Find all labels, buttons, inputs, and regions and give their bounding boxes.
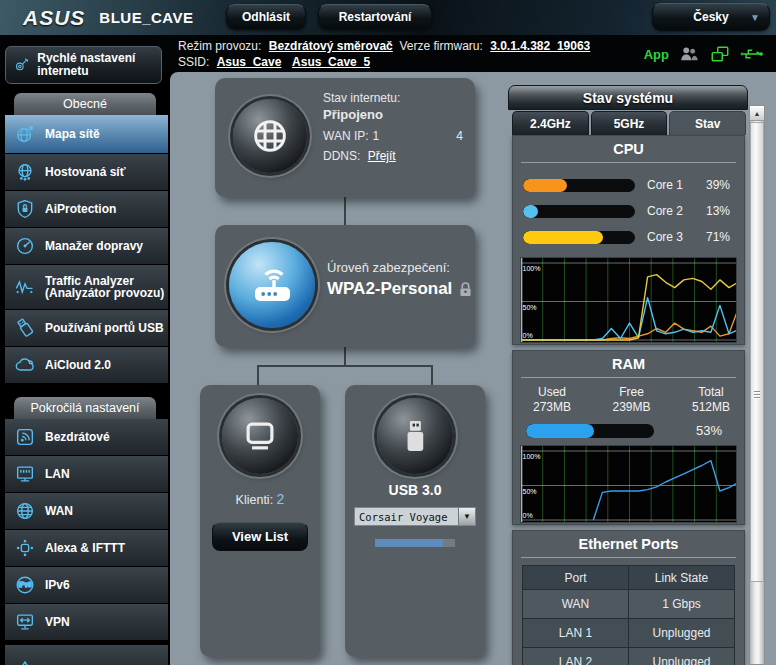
ram-used-label: Used xyxy=(533,385,571,400)
router-security-button[interactable] xyxy=(229,242,315,328)
firmware-version-link[interactable]: 3.0.1.4.382_19063 xyxy=(490,39,590,53)
ram-usage-bar xyxy=(526,424,654,438)
sidebar-item-wireless[interactable]: Bezdrátové xyxy=(5,419,168,455)
core1-label: Core 1 xyxy=(647,178,683,192)
section-header-general: Obecné xyxy=(14,93,156,115)
sidebar-item-label: VPN xyxy=(45,616,70,629)
sidebar-item-usb-application[interactable]: Používání portů USB xyxy=(5,310,168,346)
cpu-box: CPU Core 1 39% Core 2 13% Core 3 71% 100… xyxy=(512,135,745,345)
waveform-icon xyxy=(14,276,36,298)
sidebar-item-traffic-manager[interactable]: Manažer dopravy xyxy=(5,228,168,264)
core2-bar xyxy=(523,205,635,218)
sidebar-item-ipv6[interactable]: IPv6 IPv6 xyxy=(5,567,168,603)
link-state: Unplugged xyxy=(629,619,735,648)
wan-ip-start: 1 xyxy=(373,129,380,143)
core-row: Core 2 13% xyxy=(523,198,734,224)
table-row: LAN 2 Unplugged xyxy=(523,648,735,665)
ram-percent: 53% xyxy=(696,423,730,438)
usb-device-name: Corsair Voyage xyxy=(355,511,448,523)
usb-device-select[interactable]: Corsair Voyage ▼ xyxy=(354,507,476,526)
port-name: LAN 2 xyxy=(523,648,629,665)
wan-ip-end: 4 xyxy=(456,129,463,143)
usb-card: USB 3.0 Corsair Voyage ▼ xyxy=(345,385,485,657)
system-status-tabs: 2.4GHz 5GHz Stav xyxy=(512,111,746,135)
sidebar-item-alexa-ifttt[interactable]: Alexa & IFTTT xyxy=(5,530,168,566)
table-row: LAN 1 Unplugged xyxy=(523,619,735,648)
ram-stats: Used 273MB Free 239MB Total 512MB xyxy=(513,378,744,415)
ram-box: RAM Used 273MB Free 239MB Total 512MB 53… xyxy=(512,350,745,525)
gear-wrench-icon xyxy=(13,54,30,76)
quick-internet-setup-button[interactable]: Rychlé nastavení internetu xyxy=(5,46,162,84)
svg-text:50%: 50% xyxy=(523,304,537,311)
operation-mode-label: Režim provozu: xyxy=(178,39,261,53)
network-map-icon xyxy=(14,123,36,145)
security-value: WPA2-Personal xyxy=(327,279,452,299)
tab-5ghz[interactable]: 5GHz xyxy=(591,111,668,135)
internet-status-card: Stav internetu: Připojeno WAN IP: 1 4 DD… xyxy=(215,78,475,197)
security-label: Úroveň zabezpečení: xyxy=(327,260,472,275)
sidebar-item-lan[interactable]: LAN xyxy=(5,456,168,492)
vpn-icon xyxy=(14,611,36,633)
ssid-24ghz-link[interactable]: Asus_Cave xyxy=(217,55,282,69)
security-text: Úroveň zabezpečení: WPA2-Personal xyxy=(327,260,472,299)
connector-line xyxy=(344,347,346,366)
usb-device-button[interactable] xyxy=(377,398,453,474)
wan-globe-icon xyxy=(14,500,36,522)
view-list-button[interactable]: View List xyxy=(212,522,308,551)
alexa-ifttt-icon xyxy=(14,537,36,559)
scroll-up-arrow[interactable]: ▲ xyxy=(750,106,764,121)
sidebar-item-aiprotection[interactable]: AiProtection xyxy=(5,191,168,227)
ssid-5ghz-link[interactable]: Asus_Cave_5 xyxy=(292,55,370,69)
ddns-link[interactable]: Přejít xyxy=(368,149,396,163)
usb-title: USB 3.0 xyxy=(345,482,485,498)
cpu-usage-chart: 100%50%0% xyxy=(520,257,737,343)
app-link[interactable]: App xyxy=(644,47,669,62)
networked-devices-icon[interactable] xyxy=(709,44,731,64)
sidebar-item-guest-network[interactable]: Hostovaná síť xyxy=(5,154,168,190)
internet-globe-button[interactable] xyxy=(233,99,307,173)
sidebar-item-partial[interactable] xyxy=(5,645,168,665)
chevron-down-icon: ▼ xyxy=(750,12,760,23)
svg-text:100%: 100% xyxy=(523,453,541,460)
usb-status-icon[interactable] xyxy=(740,44,764,64)
client-list-icon[interactable] xyxy=(678,44,700,64)
operation-mode-link[interactable]: Bezdrátový směrovač xyxy=(269,39,393,53)
security-card: Úroveň zabezpečení: WPA2-Personal xyxy=(215,225,475,347)
ram-used-value: 273MB xyxy=(533,400,571,415)
connector-line xyxy=(344,197,346,225)
port-name: WAN xyxy=(523,590,629,619)
language-selector[interactable]: Česky ▼ xyxy=(652,3,770,31)
sidebar-item-traffic-analyzer[interactable]: Traffic Analyzer (Analyzátor provozu) xyxy=(5,265,168,309)
quick-setup-label: Rychlé nastavení internetu xyxy=(37,52,157,78)
router-name: BLUE_CAVE xyxy=(99,9,193,26)
guest-network-icon xyxy=(14,161,36,183)
lan-port-icon xyxy=(14,463,36,485)
shield-lock-icon xyxy=(14,198,36,220)
usb-stick-icon xyxy=(396,417,434,455)
scrollbar-thumb[interactable] xyxy=(750,122,764,582)
clients-label: Klienti: xyxy=(236,493,274,507)
sidebar-item-label: AiProtection xyxy=(45,203,116,216)
reboot-button[interactable]: Restartování xyxy=(318,4,432,30)
tab-24ghz[interactable]: 2.4GHz xyxy=(512,111,589,135)
sidebar-item-aicloud[interactable]: AiCloud 2.0 xyxy=(5,347,168,383)
vertical-scrollbar[interactable]: ▲ xyxy=(749,105,765,665)
sidebar-item-vpn[interactable]: VPN xyxy=(5,604,168,640)
info-toolbar: App xyxy=(644,44,764,64)
connector-line xyxy=(257,367,259,385)
tab-status[interactable]: Stav xyxy=(669,111,746,135)
sidebar-item-wan[interactable]: WAN xyxy=(5,493,168,529)
asus-logo: ASUS xyxy=(23,6,85,30)
dropdown-arrow-icon[interactable]: ▼ xyxy=(458,508,475,525)
sidebar-item-label: Bezdrátové xyxy=(45,431,110,444)
system-status-title: Stav systému xyxy=(508,85,748,110)
info-lines: Režim provozu: Bezdrátový směrovač Verze… xyxy=(178,38,590,70)
svg-text:0%: 0% xyxy=(523,512,533,519)
sidebar-item-network-map[interactable]: Mapa sítě xyxy=(5,115,168,153)
clients-button[interactable] xyxy=(222,398,298,474)
router-icon xyxy=(248,261,296,309)
gauge-icon xyxy=(14,235,36,257)
ram-free: Free 239MB xyxy=(612,385,650,415)
core3-label: Core 3 xyxy=(647,230,683,244)
logout-button[interactable]: Odhlásit xyxy=(226,4,306,30)
